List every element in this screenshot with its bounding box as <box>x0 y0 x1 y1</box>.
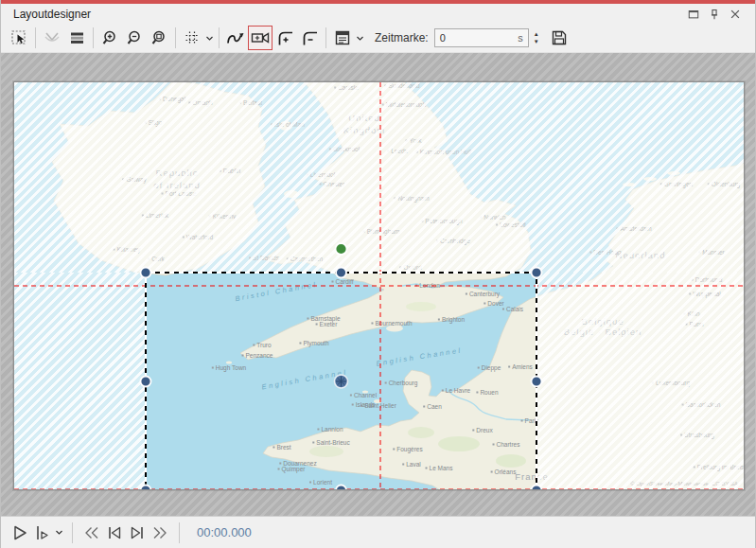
pin-icon <box>709 9 720 20</box>
motion-path-icon <box>225 28 246 47</box>
forward-icon <box>150 523 169 542</box>
zoom-fit-button[interactable] <box>147 26 171 50</box>
caption-dropdown[interactable] <box>355 26 365 50</box>
handle-top-middle[interactable] <box>336 268 346 278</box>
add-keypoint-icon <box>274 28 295 47</box>
grid-button[interactable] <box>180 26 204 50</box>
toolbar-separator <box>93 27 94 48</box>
zoom-fit-icon <box>149 28 168 47</box>
remove-keypoint-button[interactable] <box>297 26 322 50</box>
handle-middle-right[interactable] <box>532 377 542 387</box>
move-handle[interactable] <box>335 375 348 388</box>
zeitmarke-value: 0 <box>440 32 519 44</box>
add-keypoint-button[interactable] <box>273 26 297 50</box>
handle-top-right[interactable] <box>532 268 542 278</box>
zoom-in-button[interactable] <box>97 26 122 50</box>
layers-icon <box>67 28 86 47</box>
caption-icon <box>333 28 352 47</box>
zoom-out-button[interactable] <box>122 26 147 50</box>
handle-middle-left[interactable] <box>141 377 151 387</box>
selection-overlay <box>14 82 745 490</box>
save-icon <box>550 28 569 47</box>
layoutdesigner-window: Layoutdesigner <box>0 0 756 548</box>
maximize-button[interactable] <box>683 6 704 23</box>
camera-pan-button[interactable] <box>248 26 273 50</box>
skip-to-start-icon <box>105 523 124 542</box>
camera-icon <box>250 28 271 47</box>
maximize-icon <box>688 9 699 20</box>
handle-top-left[interactable] <box>141 268 151 278</box>
transport-separator <box>179 522 180 543</box>
rotate-handle[interactable] <box>336 243 347 255</box>
spinner-down-button[interactable]: ▼ <box>532 38 541 45</box>
play-icon <box>10 523 29 542</box>
rewind-button[interactable] <box>80 521 103 544</box>
designer-area: DonegalOmaghBelfastSligoDublinGalwayPort… <box>1 53 755 516</box>
caption-button[interactable] <box>330 26 355 50</box>
toolbar-separator <box>325 27 326 48</box>
zoom-out-icon <box>125 28 144 47</box>
handle-bottom-right[interactable] <box>532 486 542 491</box>
skip-to-end-icon <box>128 523 147 542</box>
motion-path-button[interactable] <box>223 26 248 50</box>
timecode-display: 00:00.000 <box>197 525 252 539</box>
skip-to-end-button[interactable] <box>126 521 149 544</box>
remove-keypoint-icon <box>299 28 320 47</box>
handle-bottom-middle[interactable] <box>336 486 346 491</box>
zeitmarke-unit: s <box>518 32 523 44</box>
rewind-icon <box>82 523 101 542</box>
zeitmarke-spinner: ▲ ▼ <box>532 28 541 47</box>
transport-separator <box>72 522 73 543</box>
forward-button[interactable] <box>149 521 171 544</box>
spinner-up-button[interactable]: ▲ <box>532 30 541 38</box>
skip-to-start-button[interactable] <box>103 521 126 544</box>
chevron-down-icon <box>206 36 213 41</box>
select-tool-icon <box>9 28 28 47</box>
toolbar-separator <box>219 27 220 48</box>
toolbar: Zeitmarke: 0 s ▲ ▼ <box>1 24 755 53</box>
save-button[interactable] <box>547 26 571 50</box>
chevron-down-icon <box>357 36 363 41</box>
grid-dropdown[interactable] <box>204 26 215 50</box>
curve-tool-icon <box>43 28 62 47</box>
close-button[interactable] <box>725 6 746 23</box>
chevron-down-icon <box>56 530 62 535</box>
play-options-dropdown[interactable] <box>54 521 64 545</box>
title-bar: Layoutdesigner <box>1 4 755 24</box>
transport-bar: 00:00.000 <box>1 516 755 548</box>
zeitmarke-label: Zeitmarke: <box>375 31 429 44</box>
toolbar-separator <box>35 27 36 48</box>
close-icon <box>730 9 741 20</box>
curve-tool-button[interactable] <box>40 26 64 50</box>
layout-canvas[interactable]: DonegalOmaghBelfastSligoDublinGalwayPort… <box>13 81 745 490</box>
play-from-cursor-button[interactable] <box>31 521 54 544</box>
window-title: Layoutdesigner <box>13 8 91 21</box>
select-tool-button[interactable] <box>7 26 31 50</box>
zeitmarke-input[interactable]: 0 s <box>434 28 529 47</box>
grid-icon <box>183 28 202 47</box>
handle-bottom-left[interactable] <box>141 486 151 491</box>
pin-button[interactable] <box>704 6 725 23</box>
layers-button[interactable] <box>64 26 89 50</box>
play-button[interactable] <box>9 521 31 544</box>
play-from-cursor-icon <box>34 523 51 542</box>
zoom-in-icon <box>100 28 119 47</box>
toolbar-separator <box>175 27 176 48</box>
